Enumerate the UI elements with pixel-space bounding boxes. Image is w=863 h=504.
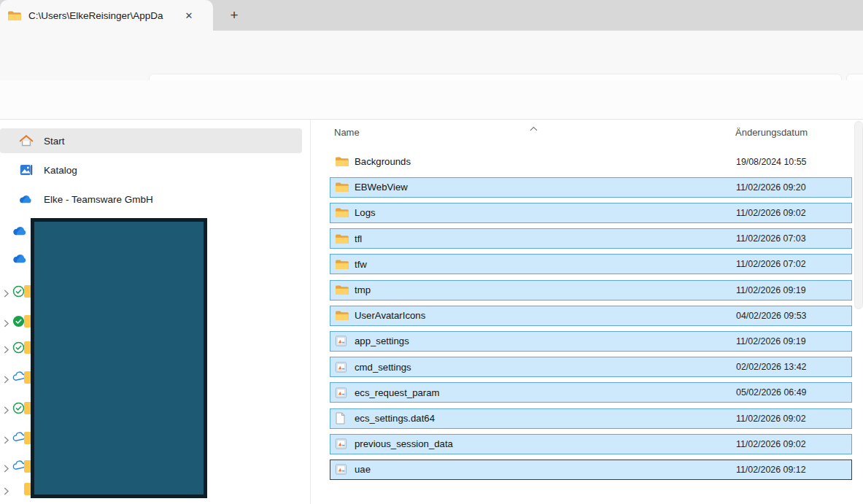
file-date: 11/02/2026 09:20: [736, 182, 806, 193]
app-file-icon: [335, 438, 349, 450]
folder-icon: [335, 259, 349, 270]
file-date: 11/02/2026 09:02: [736, 414, 806, 424]
file-date: 11/02/2026 09:02: [736, 439, 806, 449]
sync-check-outline-icon[interactable]: [12, 285, 25, 301]
file-name: tfw: [355, 259, 367, 270]
onedrive-cloud-icon[interactable]: [12, 225, 28, 239]
file-row[interactable]: tmp11/02/2026 09:19: [330, 280, 852, 301]
sidebar-item-label: Elke - Teamsware GmbH: [44, 194, 153, 205]
file-name: tfl: [355, 233, 362, 244]
app-file-icon: [335, 335, 349, 347]
folder-icon: [335, 156, 349, 167]
sidebar-item-onedrive[interactable]: Elke - Teamsware GmbH: [0, 187, 302, 212]
navigation-bar: •••MSTeams_8wekyb3d8bbweLocalCacheMicros…: [0, 31, 863, 80]
file-name: ecs_request_param: [355, 387, 440, 398]
file-row[interactable]: EBWebView11/02/2026 09:20: [330, 177, 852, 198]
column-header-name[interactable]: Name: [334, 127, 360, 138]
content-area: Start Katalog Elke - Teamsware GmbH Name…: [0, 120, 863, 504]
explorer-tab[interactable]: C:\Users\ElkeReisinger\AppDa ✕: [0, 0, 213, 31]
file-name: uae: [355, 464, 371, 475]
file-date: 04/02/2026 09:53: [736, 311, 806, 321]
folder-icon: [24, 483, 31, 495]
scrollbar-thumb[interactable]: [854, 121, 863, 309]
file-row[interactable]: tfw11/02/2026 07:02: [330, 254, 852, 274]
app-file-icon: [335, 463, 349, 476]
command-toolbar: Neu A Sortieren: [0, 80, 863, 120]
column-header-date[interactable]: Änderungsdatum: [735, 127, 808, 138]
sort-ascending-icon: [530, 121, 538, 134]
onedrive-icon: [19, 194, 34, 204]
folder-icon: [335, 310, 349, 321]
folder-icon: [335, 182, 349, 193]
expand-chevron-icon[interactable]: [3, 434, 9, 447]
file-row[interactable]: previous_session_data11/02/2026 09:02: [330, 434, 852, 454]
new-tab-button[interactable]: +: [223, 6, 245, 25]
folder-icon: [24, 341, 31, 354]
file-date: 02/02/2026 13:42: [736, 362, 806, 372]
home-icon: [19, 134, 34, 147]
sidebar-item-katalog[interactable]: Katalog: [0, 158, 302, 182]
file-name: Backgrounds: [355, 156, 411, 167]
tab-bar: C:\Users\ElkeReisinger\AppDa ✕ +: [0, 0, 863, 31]
folder-icon: [24, 432, 31, 444]
folder-icon: [335, 233, 349, 244]
file-row[interactable]: Backgrounds19/08/2024 10:55: [330, 152, 852, 172]
tab-close-icon[interactable]: ✕: [179, 7, 198, 24]
file-row[interactable]: tfl11/02/2026 07:03: [330, 228, 852, 249]
file-name: previous_session_data: [355, 438, 453, 449]
file-name: ecs_settings.dat64: [355, 413, 435, 424]
expand-chevron-icon[interactable]: [3, 317, 9, 330]
file-row[interactable]: ecs_request_param05/02/2026 06:49: [330, 382, 852, 403]
folder-icon: [335, 284, 349, 295]
file-name: Logs: [355, 207, 376, 218]
sidebar-item-label: Start: [44, 136, 65, 147]
folder-icon: [24, 285, 31, 298]
file-name: tmp: [355, 284, 371, 295]
file-row[interactable]: UserAvatarIcons04/02/2026 09:53: [330, 306, 852, 326]
tab-title: C:\Users\ElkeReisinger\AppDa: [28, 10, 163, 21]
file-row[interactable]: Logs11/02/2026 09:02: [330, 203, 852, 223]
expand-chevron-icon[interactable]: [3, 485, 9, 498]
expand-chevron-icon[interactable]: [3, 344, 9, 357]
file-date: 11/02/2026 09:02: [736, 208, 806, 218]
file-date: 11/02/2026 09:12: [736, 465, 806, 475]
file-row[interactable]: app_settings11/02/2026 09:19: [330, 331, 852, 352]
file-row[interactable]: uae11/02/2026 09:12: [330, 460, 852, 480]
folder-icon: [24, 460, 31, 473]
app-file-icon: [335, 361, 349, 373]
expand-chevron-icon[interactable]: [3, 287, 9, 301]
sync-check-outline-icon[interactable]: [12, 341, 25, 357]
folder-tab-icon: [7, 10, 21, 21]
folder-icon: [24, 402, 31, 414]
file-date: 11/02/2026 07:02: [736, 259, 806, 269]
pane-divider: [310, 120, 311, 504]
sync-check-outline-icon[interactable]: [12, 402, 25, 417]
file-name: EBWebView: [355, 182, 408, 193]
sync-check-solid-icon[interactable]: [12, 315, 25, 330]
folder-icon: [24, 371, 31, 384]
file-date: 11/02/2026 09:19: [736, 336, 806, 346]
expand-chevron-icon[interactable]: [3, 462, 9, 476]
folder-icon: [335, 207, 349, 218]
file-row[interactable]: cmd_settings02/02/2026 13:42: [330, 357, 852, 377]
folder-icon: [24, 315, 31, 327]
file-date: 11/02/2026 09:19: [736, 285, 806, 295]
expand-chevron-icon[interactable]: [3, 373, 9, 387]
file-row[interactable]: ecs_settings.dat6411/02/2026 09:02: [330, 408, 852, 429]
doc-file-icon: [335, 412, 349, 424]
app-file-icon: [335, 387, 349, 399]
file-explorer-window: C:\Users\ElkeReisinger\AppDa ✕ + •••MSTe…: [0, 0, 863, 504]
expand-chevron-icon[interactable]: [3, 404, 9, 417]
onedrive-cloud-icon[interactable]: [12, 253, 28, 267]
file-name: cmd_settings: [355, 362, 411, 373]
sidebar-item-label: Katalog: [44, 165, 77, 176]
file-date: 11/02/2026 07:03: [736, 233, 806, 244]
redaction-overlay: [31, 218, 207, 498]
file-date: 19/08/2024 10:55: [736, 157, 806, 167]
file-name: app_settings: [355, 336, 409, 346]
file-name: UserAvatarIcons: [355, 310, 425, 321]
file-date: 05/02/2026 06:49: [736, 387, 806, 398]
sidebar-item-start[interactable]: Start: [0, 128, 302, 153]
gallery-icon: [19, 163, 34, 177]
